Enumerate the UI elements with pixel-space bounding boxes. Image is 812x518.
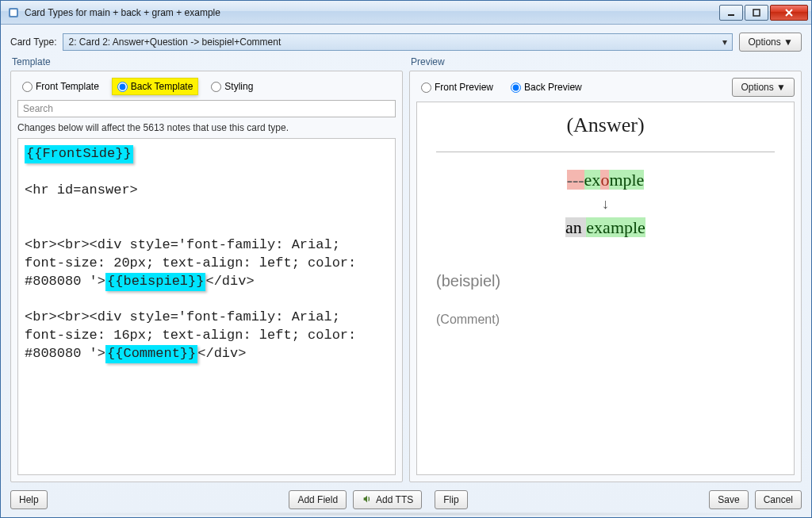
radio-back-preview-input[interactable]: [511, 82, 521, 93]
code-line-8-tail: </div>: [197, 346, 246, 361]
titlebar[interactable]: Card Types for main + back + gram + exam…: [1, 1, 811, 25]
code-beispiel-token: {{beispiel}}: [105, 273, 205, 291]
save-button-label: Save: [718, 494, 739, 505]
radio-front-preview[interactable]: Front Preview: [416, 79, 498, 95]
radio-back-template[interactable]: Back Template: [112, 78, 199, 95]
template-panel: Template Front Template Back Template: [10, 56, 403, 482]
diff-arrow: ↓: [436, 194, 775, 214]
svg-rect-2: [728, 14, 734, 16]
code-frontside-token: {{FrontSide}}: [25, 145, 133, 163]
code-comment-token: {{Comment}}: [105, 345, 197, 363]
radio-styling[interactable]: Styling: [206, 79, 258, 94]
client-area: Card Type: 2: Card 2: Answer+Question ->…: [1, 25, 811, 517]
template-hint: Changes below will affect the 5613 notes…: [17, 122, 396, 133]
close-button[interactable]: [770, 5, 808, 21]
preview-comment-label: (Comment): [436, 313, 775, 327]
preview-diff-wrong-line: ---exomple: [436, 168, 775, 193]
preview-groupbox: Front Preview Back Preview Options ▼: [409, 71, 802, 482]
preview-header-row: Front Preview Back Preview Options ▼: [416, 78, 795, 97]
cancel-button[interactable]: Cancel: [755, 490, 802, 509]
card-type-options-button[interactable]: Options ▼: [739, 33, 802, 52]
preview-options-button[interactable]: Options ▼: [732, 78, 795, 97]
template-header: Template: [12, 56, 403, 67]
preview-radios: Front Preview Back Preview: [416, 79, 587, 95]
add-tts-button[interactable]: Add TTS: [353, 490, 422, 509]
preview-diff-correct-line: an example: [436, 216, 775, 240]
maximize-button[interactable]: [745, 5, 768, 21]
preview-diff: ---exomple ↓ an example: [436, 168, 775, 240]
preview-options-label: Options ▼: [741, 82, 786, 93]
diff-wrong-post: mple: [609, 170, 644, 190]
code-line-6-tail: </div>: [205, 274, 254, 289]
radio-front-template-input[interactable]: [22, 82, 33, 92]
card-type-label: Card Type:: [10, 36, 56, 48]
diff-correct-word: example: [586, 217, 645, 237]
preview-panel: Preview Front Preview Back Preview: [409, 56, 802, 482]
card-type-row: Card Type: 2: Card 2: Answer+Question ->…: [10, 33, 802, 52]
preview-area[interactable]: (Answer) ---exomple ↓ an example (beispi…: [416, 102, 795, 475]
radio-styling-label: Styling: [224, 81, 253, 92]
card-type-options-label: Options ▼: [748, 36, 793, 48]
preview-answer-title: (Answer): [436, 113, 775, 137]
radio-front-preview-label: Front Preview: [435, 82, 493, 93]
panels: Template Front Template Back Template: [10, 56, 802, 482]
radio-front-template-label: Front Template: [36, 81, 99, 92]
card-type-select[interactable]: 2: Card 2: Answer+Question -> beispiel+C…: [63, 33, 733, 51]
radio-front-preview-input[interactable]: [421, 82, 431, 93]
code-line-3: <hr id=answer>: [25, 182, 138, 198]
add-field-label: Add Field: [297, 494, 338, 505]
radio-front-template[interactable]: Front Template: [17, 79, 104, 94]
help-button-label: Help: [19, 494, 39, 505]
preview-header: Preview: [411, 56, 802, 67]
window-frame: Card Types for main + back + gram + exam…: [0, 0, 812, 518]
template-search-placeholder: Search: [23, 103, 53, 114]
help-button[interactable]: Help: [10, 490, 48, 509]
template-groupbox: Front Template Back Template Styling Sea…: [10, 71, 403, 482]
window-title: Card Types for main + back + gram + exam…: [25, 7, 718, 18]
flip-button[interactable]: Flip: [435, 490, 467, 509]
bottom-bar: Help Add Field Add TTS Flip Save Cancel: [10, 490, 802, 509]
diff-correct-pre: an: [565, 217, 586, 237]
card-type-selected: 2: Card 2: Answer+Question -> beispiel+C…: [68, 36, 281, 48]
save-button[interactable]: Save: [709, 490, 748, 509]
preview-answer-hr: [436, 152, 775, 152]
diff-wrong-dashes: ---: [567, 170, 584, 190]
add-field-button[interactable]: Add Field: [289, 490, 347, 509]
radio-back-preview-label: Back Preview: [524, 82, 582, 93]
flip-button-label: Flip: [443, 494, 458, 505]
speaker-icon: [362, 493, 373, 507]
svg-rect-3: [753, 10, 760, 16]
template-radios: Front Template Back Template Styling: [17, 78, 396, 95]
radio-back-template-label: Back Template: [131, 81, 193, 92]
radio-styling-input[interactable]: [211, 82, 221, 92]
template-search-input[interactable]: Search: [17, 100, 396, 117]
radio-back-template-input[interactable]: [117, 82, 128, 92]
cancel-button-label: Cancel: [764, 494, 793, 505]
add-tts-label: Add TTS: [376, 494, 413, 505]
preview-beispiel-label: (beispiel): [436, 272, 775, 290]
diff-wrong-pre: ex: [584, 170, 601, 190]
minimize-button[interactable]: [719, 5, 743, 21]
diff-wrong-letter: o: [600, 170, 609, 190]
app-icon: [7, 6, 20, 19]
svg-rect-1: [10, 10, 17, 16]
window-buttons: [718, 5, 808, 21]
template-editor[interactable]: {{FrontSide}} <hr id=answer> <br><br><di…: [17, 138, 396, 475]
radio-back-preview[interactable]: Back Preview: [506, 79, 587, 95]
